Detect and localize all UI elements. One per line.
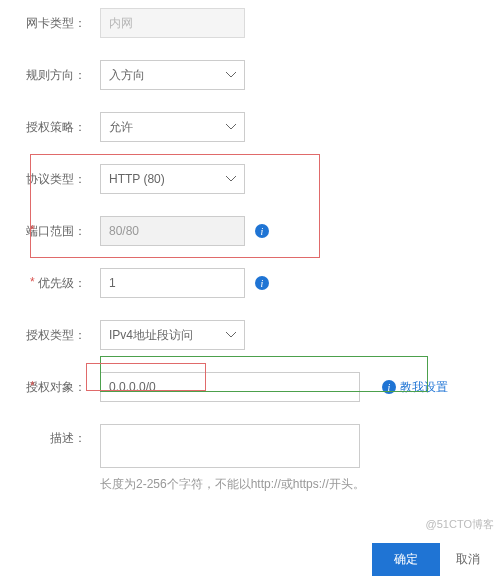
label-direction: 规则方向： — [0, 67, 100, 84]
info-icon[interactable]: i — [255, 224, 269, 238]
description-hint: 长度为2-256个字符，不能以http://或https://开头。 — [100, 476, 500, 493]
row-auth-target: 授权对象： i 教我设置 — [0, 372, 500, 402]
dialog-footer: 确定 取消 — [0, 533, 500, 578]
row-description: 描述： — [0, 424, 500, 454]
cancel-button[interactable]: 取消 — [450, 543, 486, 576]
label-priority: 优先级： — [0, 275, 100, 292]
input-priority[interactable] — [100, 268, 245, 298]
select-protocol[interactable]: HTTP (80) — [100, 164, 245, 194]
label-auth-target: 授权对象： — [0, 379, 100, 396]
row-auth-type: 授权类型： IPv4地址段访问 — [0, 320, 500, 350]
info-icon: i — [382, 380, 396, 394]
help-text: 教我设置 — [400, 379, 448, 396]
ok-button[interactable]: 确定 — [372, 543, 440, 576]
info-icon[interactable]: i — [255, 276, 269, 290]
label-protocol: 协议类型： — [0, 171, 100, 188]
security-rule-form: 网卡类型： 内网 规则方向： 入方向 授权策略： 允许 — [0, 0, 500, 493]
select-direction[interactable]: 入方向 — [100, 60, 245, 90]
help-link[interactable]: i 教我设置 — [368, 379, 448, 396]
select-auth-type[interactable]: IPv4地址段访问 — [100, 320, 245, 350]
label-port-range: 端口范围： — [0, 223, 100, 240]
select-nic-type: 内网 — [100, 8, 245, 38]
row-policy: 授权策略： 允许 — [0, 112, 500, 142]
label-auth-type: 授权类型： — [0, 327, 100, 344]
row-nic-type: 网卡类型： 内网 — [0, 8, 500, 38]
label-description: 描述： — [0, 424, 100, 447]
watermark: @51CTO博客 — [426, 517, 494, 532]
input-port-range — [100, 216, 245, 246]
input-auth-target[interactable] — [100, 372, 360, 402]
label-nic-type: 网卡类型： — [0, 15, 100, 32]
select-policy[interactable]: 允许 — [100, 112, 245, 142]
row-protocol: 协议类型： HTTP (80) — [0, 164, 500, 194]
row-priority: 优先级： i — [0, 268, 500, 298]
row-port-range: 端口范围： i — [0, 216, 500, 246]
label-policy: 授权策略： — [0, 119, 100, 136]
row-direction: 规则方向： 入方向 — [0, 60, 500, 90]
textarea-description[interactable] — [100, 424, 360, 468]
